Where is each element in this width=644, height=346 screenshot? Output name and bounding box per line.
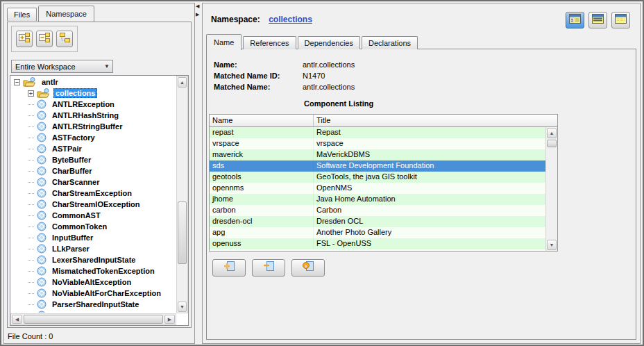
tree-item[interactable]: ANTLRStringBuffer (11, 121, 176, 132)
add-component-button[interactable] (212, 259, 246, 277)
tree-item-label: InputBuffer (50, 233, 95, 242)
tree-view-button[interactable] (56, 31, 73, 47)
scroll-right-button[interactable]: ▶ (164, 315, 175, 324)
tree-item[interactable]: ASTFactory (11, 132, 176, 143)
component-info-button[interactable]: i (291, 259, 325, 277)
scroll-down-button[interactable]: ▼ (178, 302, 187, 312)
tab-namespace[interactable]: Namespace (38, 6, 94, 22)
tab-files[interactable]: Files (7, 8, 37, 21)
rows-view-button[interactable] (588, 12, 607, 28)
tree-item[interactable]: NoViableAltForCharException (11, 288, 176, 299)
table-row[interactable]: maverickMaVerickDBMS (210, 149, 545, 160)
table-row[interactable]: sdsSoftware Development Foundation (210, 160, 545, 172)
tree-item[interactable]: CharStreamException (11, 188, 176, 199)
collapse-icon[interactable]: − (14, 79, 20, 85)
tree-connector (28, 204, 34, 205)
cell-title: OpenNMS (314, 183, 545, 194)
remove-component-button[interactable] (252, 259, 285, 277)
table-row[interactable]: geotoolsGeoTools, the java GIS toolkit (210, 172, 545, 183)
tree-item[interactable]: −antlr (11, 76, 176, 88)
scroll-up-button[interactable]: ▲ (178, 77, 187, 88)
tab-name[interactable]: Name (206, 34, 242, 50)
table-row[interactable]: apgAnother Photo Gallery (210, 227, 545, 238)
tree-connector (28, 249, 34, 249)
tree-item-label: NoViableAltException (50, 277, 133, 287)
tree-item[interactable]: MismatchedTokenException (11, 265, 176, 277)
column-header-title[interactable]: Title (314, 115, 557, 126)
tree-item[interactable]: ANTLRHashString (11, 110, 176, 121)
tree-item[interactable]: CharScanner (11, 176, 176, 188)
tree-item[interactable]: CommonToken (11, 221, 176, 232)
class-icon (37, 166, 46, 176)
class-icon (37, 188, 46, 198)
splitter-collapse-right-icon[interactable]: ▶ (196, 12, 201, 17)
table-vertical-scrollbar[interactable]: ▲ ▼ (545, 127, 557, 251)
tab-references[interactable]: References (243, 36, 296, 49)
grid-view-button[interactable] (611, 12, 630, 28)
namespace-link[interactable]: collections (269, 15, 312, 24)
table-row[interactable]: vrspacevrspace (210, 138, 545, 149)
tree-item[interactable]: LexerSharedInputState (11, 254, 176, 265)
table-body: repastRepastvrspacevrspacemaverickMaVeri… (210, 127, 545, 251)
tree-item[interactable]: CharStreamIOException (11, 199, 176, 210)
scroll-down-button[interactable]: ▼ (547, 240, 557, 250)
tree-item-label: ASTFactory (50, 133, 97, 142)
table-row[interactable]: repastRepast (210, 127, 545, 138)
cell-name: repast (210, 127, 314, 138)
table-row[interactable]: jhomeJava Home Automation (210, 194, 545, 205)
scroll-thumb[interactable] (547, 140, 557, 147)
table-row[interactable]: opennmsOpenNMS (210, 183, 545, 194)
expand-all-button[interactable] (16, 31, 33, 47)
tree-item[interactable]: InputBuffer (11, 232, 176, 243)
tree-item[interactable]: CharBuffer (11, 165, 176, 176)
expand-icon[interactable]: + (28, 90, 34, 97)
tree-item[interactable]: ANTLRException (11, 99, 176, 110)
tree-item-label: collections (53, 88, 97, 98)
scroll-thumb[interactable] (24, 315, 163, 324)
tree-horizontal-scrollbar[interactable]: ◀ ▶ (10, 313, 176, 325)
tree-connector (28, 226, 34, 227)
table-row[interactable]: openussFSL - OpenUSS (210, 238, 545, 249)
splitter-collapse-left-icon[interactable]: ◀ (196, 3, 201, 8)
tree-item[interactable]: ASTPair (11, 143, 176, 154)
tree-item[interactable]: RecognitionException (11, 310, 176, 313)
cell-title: Repast (314, 127, 545, 138)
tab-dependencies[interactable]: Dependencies (298, 36, 360, 49)
table-detail-view-icon (569, 14, 581, 26)
table-row[interactable]: carbonCarbon (210, 205, 545, 216)
column-header-name[interactable]: Name (210, 115, 314, 126)
tree-connector (28, 260, 34, 261)
component-table: Name Title repastRepastvrspacevrspacemav… (209, 114, 558, 252)
tree-item[interactable]: NoViableAltException (11, 277, 176, 288)
tree-item[interactable]: CommonAST (11, 210, 176, 221)
tree-item[interactable]: ByteBuffer (11, 154, 176, 165)
tree-item[interactable]: ParserSharedInputState (11, 299, 176, 310)
scroll-thumb[interactable] (178, 201, 187, 264)
class-icon (37, 155, 46, 165)
class-icon (37, 177, 46, 187)
view-toggle-group (566, 12, 630, 28)
splitter[interactable]: ◀ ▶ (196, 3, 201, 17)
tree-connector (28, 149, 34, 149)
tree-item-label: ANTLRException (50, 99, 117, 109)
tree-item[interactable]: LLkParser (11, 243, 176, 254)
scroll-up-button[interactable]: ▲ (547, 128, 557, 138)
detail-view-button[interactable] (566, 12, 584, 28)
tree-item-label: NoViableAltForCharException (50, 288, 163, 298)
tree-item[interactable]: +collections (11, 88, 176, 99)
namespace-label: Namespace: (211, 15, 260, 24)
scroll-left-button[interactable]: ◀ (12, 315, 22, 324)
tree-connector (28, 104, 34, 105)
cell-title: Another Photo Gallery (314, 227, 545, 238)
cell-name: vrspace (210, 138, 314, 149)
tree-vertical-scrollbar[interactable]: ▲ ▼ (176, 76, 188, 313)
field-value: antlr.collections (303, 60, 355, 72)
workspace-selector[interactable]: Entire Workspace ▼ (11, 60, 113, 73)
collapse-all-button[interactable] (36, 31, 53, 47)
table-row[interactable]: dresden-oclDresden OCL (210, 216, 545, 227)
tab-declarations[interactable]: Declarations (362, 36, 418, 49)
tree-connector (28, 271, 34, 272)
folder-icon (37, 88, 50, 99)
field-label: Matched Name: (214, 83, 303, 94)
tree-item-label: ANTLRStringBuffer (50, 122, 124, 131)
